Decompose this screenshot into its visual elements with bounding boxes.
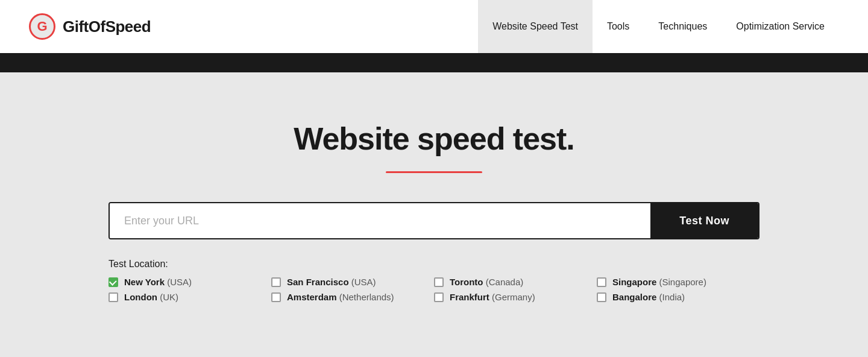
- checkbox-new-york[interactable]: [108, 277, 118, 287]
- location-name-new-york: New York: [124, 277, 165, 287]
- location-country-london: (UK): [160, 292, 178, 302]
- title-underline: [386, 171, 482, 173]
- location-frankfurt[interactable]: Frankfurt (Germany): [434, 292, 597, 302]
- checkbox-london[interactable]: [108, 292, 118, 302]
- logo-icon: G: [29, 13, 55, 40]
- location-name-london: London: [124, 292, 157, 302]
- black-bar: [0, 53, 868, 72]
- location-country-new-york: (USA): [167, 277, 192, 287]
- location-country-amsterdam: (Netherlands): [339, 292, 394, 302]
- location-country-frankfurt: (Germany): [492, 292, 535, 302]
- page-title: Website speed test.: [294, 121, 574, 157]
- header: G GiftOfSpeed Website Speed Test Tools T…: [0, 0, 868, 53]
- url-input[interactable]: [110, 203, 650, 238]
- logo-letter: G: [37, 20, 47, 33]
- location-london[interactable]: London (UK): [108, 292, 271, 302]
- location-column-3: Toronto (Canada) Frankfurt (Germany): [434, 277, 597, 302]
- location-name-san-francisco: San Francisco: [287, 277, 349, 287]
- test-now-button[interactable]: Test Now: [650, 203, 758, 238]
- location-country-toronto: (Canada): [486, 277, 524, 287]
- location-country-singapore: (Singapore): [659, 277, 706, 287]
- logo-text: GiftOfSpeed: [63, 17, 151, 36]
- location-name-singapore: Singapore: [612, 277, 656, 287]
- location-bangalore[interactable]: Bangalore (India): [597, 292, 760, 302]
- location-name-toronto: Toronto: [450, 277, 483, 287]
- logo-area[interactable]: G GiftOfSpeed: [29, 13, 151, 40]
- checkbox-amsterdam[interactable]: [271, 292, 281, 302]
- checkbox-toronto[interactable]: [434, 277, 444, 287]
- location-name-bangalore: Bangalore: [612, 292, 656, 302]
- location-column-4: Singapore (Singapore) Bangalore (India): [597, 277, 760, 302]
- nav-item-website-speed-test[interactable]: Website Speed Test: [478, 0, 593, 53]
- search-container: Test Now: [108, 202, 760, 239]
- location-name-frankfurt: Frankfurt: [450, 292, 489, 302]
- location-column-2: San Francisco (USA) Amsterdam (Netherlan…: [271, 277, 434, 302]
- nav-item-optimization-service[interactable]: Optimization Service: [722, 0, 839, 53]
- location-country-san-francisco: (USA): [351, 277, 376, 287]
- location-column-1: New York (USA) London (UK): [108, 277, 271, 302]
- location-singapore[interactable]: Singapore (Singapore): [597, 277, 760, 287]
- main-content: Website speed test. Test Now Test Locati…: [0, 72, 868, 338]
- location-grid: New York (USA) London (UK) San Francisco…: [108, 277, 760, 302]
- checkbox-singapore[interactable]: [597, 277, 606, 287]
- location-new-york[interactable]: New York (USA): [108, 277, 271, 287]
- checkbox-frankfurt[interactable]: [434, 292, 444, 302]
- location-amsterdam[interactable]: Amsterdam (Netherlands): [271, 292, 434, 302]
- nav-item-tools[interactable]: Tools: [593, 0, 644, 53]
- location-name-amsterdam: Amsterdam: [287, 292, 337, 302]
- checkbox-san-francisco[interactable]: [271, 277, 281, 287]
- checkbox-bangalore[interactable]: [597, 292, 606, 302]
- location-country-bangalore: (India): [659, 292, 685, 302]
- location-toronto[interactable]: Toronto (Canada): [434, 277, 597, 287]
- nav: Website Speed Test Tools Techniques Opti…: [478, 0, 839, 53]
- location-section: Test Location: New York (USA) London (UK…: [108, 259, 760, 302]
- location-label: Test Location:: [108, 259, 760, 270]
- nav-item-techniques[interactable]: Techniques: [644, 0, 722, 53]
- location-san-francisco[interactable]: San Francisco (USA): [271, 277, 434, 287]
